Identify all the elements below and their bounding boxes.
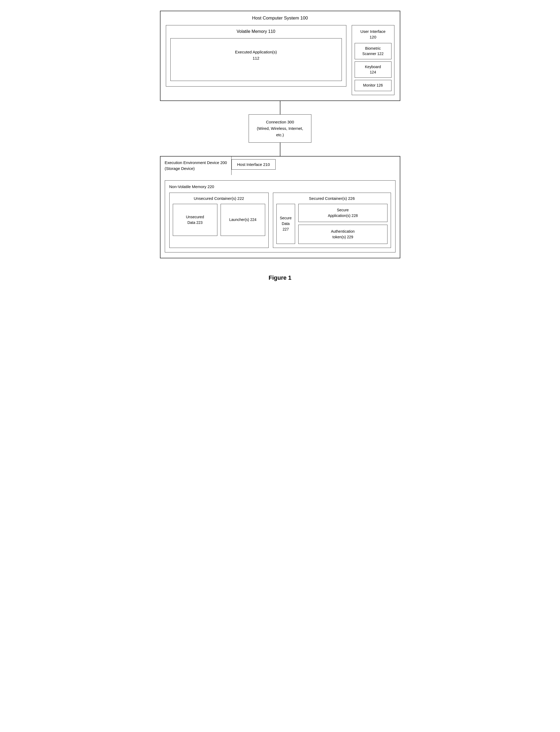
host-interface-box: Host Interface 210	[232, 159, 276, 170]
volatile-memory-title: Volatile Memory 110	[170, 29, 342, 34]
non-volatile-title: Non-Volatile Memory 220	[169, 184, 391, 189]
user-interface: User Interface 120 BiometricScanner 122 …	[352, 25, 394, 95]
secured-container-title: Secured Container(s) 226	[276, 196, 387, 201]
exec-env: Execution Environment Device 200 (Storag…	[160, 156, 400, 258]
unsecured-container: Unsecured Container(s) 222 UnsecuredData…	[169, 193, 269, 248]
executed-app-number: 112	[253, 56, 259, 60]
containers-row: Unsecured Container(s) 222 UnsecuredData…	[169, 193, 391, 248]
launchers-label: Launcher(s) 224	[229, 217, 256, 222]
unsecured-data-box: UnsecuredData 223	[173, 204, 217, 236]
exec-env-title: Execution Environment Device 200 (Storag…	[160, 156, 232, 175]
host-interface-label: Host Interface 210	[237, 162, 270, 167]
biometric-scanner-box: BiometricScanner 122	[355, 43, 391, 59]
connection-box: Connection 300(Wired, Wireless, Internet…	[249, 114, 311, 143]
connection-line-top	[280, 101, 280, 114]
unsecured-inner: UnsecuredData 223 Launcher(s) 224	[173, 204, 265, 236]
page-wrapper: Host Computer System 100 Volatile Memory…	[160, 11, 400, 281]
non-volatile-memory: Non-Volatile Memory 220 Unsecured Contai…	[165, 180, 395, 252]
unsecured-container-title: Unsecured Container(s) 222	[173, 196, 265, 201]
monitor-label: Monitor 126	[363, 83, 383, 87]
auth-token-label: Authenticationtoken(s) 229	[331, 229, 355, 239]
host-computer-system: Host Computer System 100 Volatile Memory…	[160, 11, 400, 101]
keyboard-box: Keyboard124	[355, 61, 391, 78]
unsecured-data-label: UnsecuredData 223	[186, 214, 204, 225]
auth-token-box: Authenticationtoken(s) 229	[298, 225, 387, 244]
volatile-memory: Volatile Memory 110 Executed Application…	[166, 25, 346, 87]
executed-app: Executed Application(s) 112	[170, 38, 342, 81]
connection-section: Connection 300(Wired, Wireless, Internet…	[160, 101, 400, 156]
secure-data-label: SecureData227	[280, 215, 292, 232]
user-interface-title: User Interface 120	[355, 29, 391, 40]
secured-apps-column: SecureApplication(s) 228 Authenticationt…	[298, 204, 387, 244]
secure-app-label: SecureApplication(s) 228	[328, 208, 358, 218]
figure-caption: Figure 1	[269, 274, 292, 281]
secure-data-box: SecureData227	[276, 204, 295, 244]
secure-app-box: SecureApplication(s) 228	[298, 204, 387, 222]
keyboard-label: Keyboard124	[365, 65, 381, 74]
secured-container: Secured Container(s) 226 SecureData227 S…	[273, 193, 391, 248]
launchers-box: Launcher(s) 224	[221, 204, 265, 236]
secured-inner: SecureData227 SecureApplication(s) 228 A…	[276, 204, 387, 244]
executed-app-label: Executed Application(s)	[235, 50, 277, 54]
biometric-scanner-label: BiometricScanner 122	[362, 46, 383, 56]
connection-label: Connection 300(Wired, Wireless, Internet…	[257, 120, 303, 137]
diagram: Host Computer System 100 Volatile Memory…	[160, 11, 400, 258]
exec-env-header: Execution Environment Device 200 (Storag…	[160, 156, 400, 175]
host-computer-title: Host Computer System 100	[166, 15, 394, 21]
host-computer-inner: Volatile Memory 110 Executed Application…	[166, 25, 394, 95]
connection-line-bottom	[280, 143, 280, 156]
monitor-box: Monitor 126	[355, 80, 391, 91]
